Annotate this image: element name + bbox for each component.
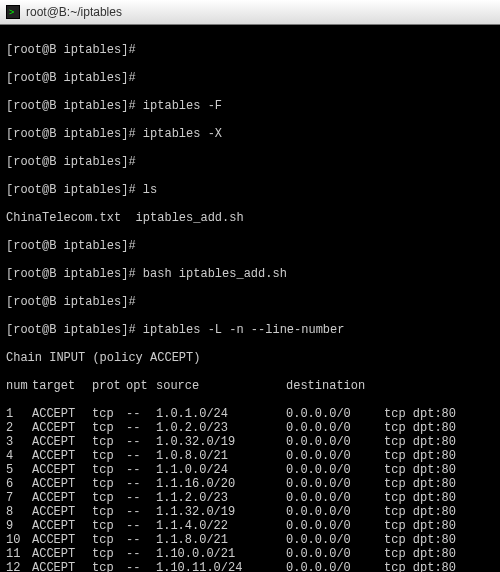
cmd-line: [root@B iptables]# bash iptables_add.sh bbox=[6, 267, 494, 281]
terminal-icon: > bbox=[6, 5, 20, 19]
table-row: 11ACCEPTtcp--1.10.0.0/210.0.0.0/0tcp dpt… bbox=[6, 547, 494, 561]
col-num-header: num bbox=[6, 379, 32, 393]
table-row: 8ACCEPTtcp--1.1.32.0/190.0.0.0/0tcp dpt:… bbox=[6, 505, 494, 519]
prompt: [root@B iptables]# bbox=[6, 183, 136, 197]
file-list: ChinaTelecom.txt iptables_add.sh bbox=[6, 211, 244, 225]
rule-prot: tcp bbox=[92, 477, 126, 491]
rule-opt: -- bbox=[126, 533, 156, 547]
rule-src: 1.10.11.0/24 bbox=[156, 561, 286, 572]
rule-num: 7 bbox=[6, 491, 32, 505]
rule-src: 1.1.4.0/22 bbox=[156, 519, 286, 533]
table-row: 3ACCEPTtcp--1.0.32.0/190.0.0.0/0tcp dpt:… bbox=[6, 435, 494, 449]
rule-num: 9 bbox=[6, 519, 32, 533]
rule-target: ACCEPT bbox=[32, 547, 92, 561]
table-row: 7ACCEPTtcp--1.1.2.0/230.0.0.0/0tcp dpt:8… bbox=[6, 491, 494, 505]
rule-src: 1.1.32.0/19 bbox=[156, 505, 286, 519]
rule-src: 1.1.8.0/21 bbox=[156, 533, 286, 547]
rule-num: 2 bbox=[6, 421, 32, 435]
command-text: bash iptables_add.sh bbox=[143, 267, 287, 281]
col-target-header: target bbox=[32, 379, 92, 393]
chain-text: Chain INPUT (policy ACCEPT) bbox=[6, 351, 200, 365]
prompt-line: [root@B iptables]# bbox=[6, 155, 494, 169]
rule-opt: -- bbox=[126, 519, 156, 533]
rule-dst: 0.0.0.0/0 bbox=[286, 449, 376, 463]
rule-opt: -- bbox=[126, 561, 156, 572]
rule-num: 1 bbox=[6, 407, 32, 421]
rule-extra: tcp dpt:80 bbox=[376, 435, 456, 449]
window-title: root@B:~/iptables bbox=[26, 5, 122, 19]
rule-target: ACCEPT bbox=[32, 421, 92, 435]
table-row: 9ACCEPTtcp--1.1.4.0/220.0.0.0/0tcp dpt:8… bbox=[6, 519, 494, 533]
col-opt-header: opt bbox=[126, 379, 156, 393]
prompt: [root@B iptables]# bbox=[6, 127, 136, 141]
rule-num: 12 bbox=[6, 561, 32, 572]
rule-src: 1.0.1.0/24 bbox=[156, 407, 286, 421]
rule-src: 1.10.0.0/21 bbox=[156, 547, 286, 561]
rule-dst: 0.0.0.0/0 bbox=[286, 561, 376, 572]
svg-text:>: > bbox=[9, 7, 14, 17]
rule-extra: tcp dpt:80 bbox=[376, 561, 456, 572]
rule-opt: -- bbox=[126, 407, 156, 421]
rule-src: 1.1.16.0/20 bbox=[156, 477, 286, 491]
rule-dst: 0.0.0.0/0 bbox=[286, 505, 376, 519]
rule-prot: tcp bbox=[92, 505, 126, 519]
rule-extra: tcp dpt:80 bbox=[376, 449, 456, 463]
rule-opt: -- bbox=[126, 463, 156, 477]
rule-src: 1.0.2.0/23 bbox=[156, 421, 286, 435]
table-row: 4ACCEPTtcp--1.0.8.0/210.0.0.0/0tcp dpt:8… bbox=[6, 449, 494, 463]
rule-src: 1.0.32.0/19 bbox=[156, 435, 286, 449]
rule-target: ACCEPT bbox=[32, 477, 92, 491]
rule-dst: 0.0.0.0/0 bbox=[286, 421, 376, 435]
table-header: numtargetprotoptsourcedestination bbox=[6, 379, 494, 393]
rule-prot: tcp bbox=[92, 491, 126, 505]
rule-dst: 0.0.0.0/0 bbox=[286, 519, 376, 533]
rule-extra: tcp dpt:80 bbox=[376, 407, 456, 421]
terminal-output[interactable]: [root@B iptables]# [root@B iptables]# [r… bbox=[0, 25, 500, 572]
rule-opt: -- bbox=[126, 477, 156, 491]
rule-src: 1.0.8.0/21 bbox=[156, 449, 286, 463]
window-titlebar: > root@B:~/iptables bbox=[0, 0, 500, 25]
table-row: 10ACCEPTtcp--1.1.8.0/210.0.0.0/0tcp dpt:… bbox=[6, 533, 494, 547]
chain-header: Chain INPUT (policy ACCEPT) bbox=[6, 351, 494, 365]
prompt: [root@B iptables]# bbox=[6, 239, 136, 253]
rule-num: 6 bbox=[6, 477, 32, 491]
rule-target: ACCEPT bbox=[32, 449, 92, 463]
rule-extra: tcp dpt:80 bbox=[376, 463, 456, 477]
rule-dst: 0.0.0.0/0 bbox=[286, 477, 376, 491]
rule-target: ACCEPT bbox=[32, 533, 92, 547]
col-src-header: source bbox=[156, 379, 286, 393]
rule-target: ACCEPT bbox=[32, 505, 92, 519]
rule-target: ACCEPT bbox=[32, 435, 92, 449]
rule-opt: -- bbox=[126, 505, 156, 519]
rule-dst: 0.0.0.0/0 bbox=[286, 491, 376, 505]
cmd-line: [root@B iptables]# ls bbox=[6, 183, 494, 197]
rule-num: 10 bbox=[6, 533, 32, 547]
rule-extra: tcp dpt:80 bbox=[376, 491, 456, 505]
rule-extra: tcp dpt:80 bbox=[376, 547, 456, 561]
rule-dst: 0.0.0.0/0 bbox=[286, 547, 376, 561]
rule-opt: -- bbox=[126, 491, 156, 505]
command-text: iptables -F bbox=[143, 99, 222, 113]
cmd-line: [root@B iptables]# iptables -L -n --line… bbox=[6, 323, 494, 337]
command-text: iptables -L -n --line-number bbox=[143, 323, 345, 337]
rule-num: 8 bbox=[6, 505, 32, 519]
rule-src: 1.1.0.0/24 bbox=[156, 463, 286, 477]
rule-num: 4 bbox=[6, 449, 32, 463]
rule-opt: -- bbox=[126, 421, 156, 435]
rule-target: ACCEPT bbox=[32, 491, 92, 505]
prompt: [root@B iptables]# bbox=[6, 43, 136, 57]
rule-opt: -- bbox=[126, 435, 156, 449]
table-row: 5ACCEPTtcp--1.1.0.0/240.0.0.0/0tcp dpt:8… bbox=[6, 463, 494, 477]
rule-prot: tcp bbox=[92, 519, 126, 533]
prompt: [root@B iptables]# bbox=[6, 99, 136, 113]
rule-src: 1.1.2.0/23 bbox=[156, 491, 286, 505]
rule-dst: 0.0.0.0/0 bbox=[286, 435, 376, 449]
rule-prot: tcp bbox=[92, 435, 126, 449]
rule-dst: 0.0.0.0/0 bbox=[286, 463, 376, 477]
table-row: 6ACCEPTtcp--1.1.16.0/200.0.0.0/0tcp dpt:… bbox=[6, 477, 494, 491]
rule-prot: tcp bbox=[92, 421, 126, 435]
rule-extra: tcp dpt:80 bbox=[376, 477, 456, 491]
rule-prot: tcp bbox=[92, 407, 126, 421]
table-row: 2ACCEPTtcp--1.0.2.0/230.0.0.0/0tcp dpt:8… bbox=[6, 421, 494, 435]
command-text: ls bbox=[143, 183, 157, 197]
